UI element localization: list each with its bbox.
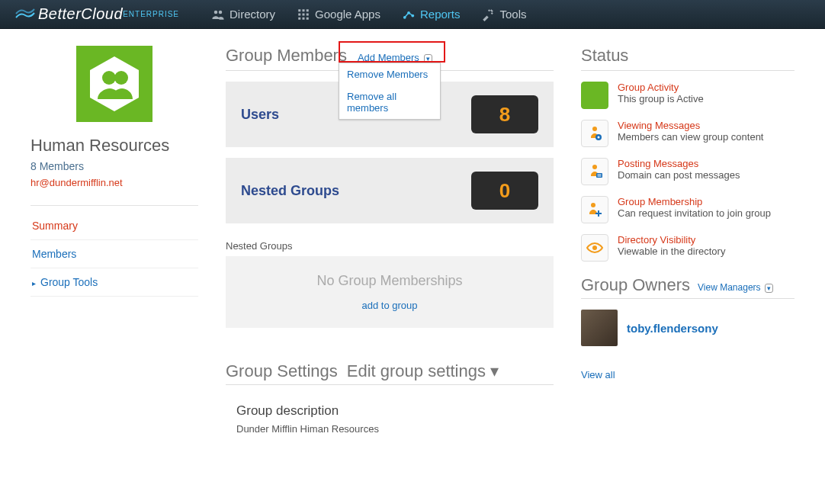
group-email[interactable]: hr@dundermifflin.net: [30, 177, 198, 188]
sidenav-members[interactable]: Members: [30, 240, 198, 268]
status-sub: Domain can post messages: [618, 169, 740, 181]
annotation-highlight: [339, 41, 445, 63]
status-sub: This group is Active: [618, 93, 704, 104]
chart-icon: [402, 8, 416, 21]
brand-name: BetterCloud: [38, 5, 123, 23]
brand-tier: ENTERPRISE: [123, 10, 179, 18]
status-label: Posting Messages: [618, 158, 740, 169]
nested-groups-box: No Group Memberships add to group: [226, 256, 554, 328]
dropdown-remove-all-members[interactable]: Remove all members: [339, 85, 440, 119]
nav-directory[interactable]: Directory: [201, 0, 286, 29]
svg-rect-10: [598, 176, 602, 177]
view-all-link[interactable]: View all: [581, 369, 795, 380]
svg-point-11: [592, 246, 597, 250]
status-label: Group Membership: [618, 196, 771, 207]
group-settings-title-text: Group Settings: [226, 361, 338, 381]
svg-point-7: [598, 136, 600, 139]
grid-icon: [297, 8, 310, 21]
status-label: Directory Visibility: [618, 234, 725, 246]
group-settings-title: Group Settings Edit group settings ▾: [226, 361, 554, 381]
nested-groups-count: 0: [471, 172, 538, 210]
sidenav-group-tools[interactable]: Group Tools: [30, 268, 198, 297]
status-viewing-messages: Viewing MessagesMembers can view group c…: [581, 120, 795, 147]
status-title-text: Status: [581, 46, 628, 66]
chevron-down-icon: ▾: [490, 361, 499, 380]
group-name: Human Resources: [30, 136, 198, 156]
nav-directory-label: Directory: [230, 8, 275, 21]
nested-groups-heading: Nested Groups: [226, 240, 554, 252]
status-group-activity: Group ActivityThis group is Active: [581, 82, 795, 109]
nested-groups-stat-card: Nested Groups 0: [226, 158, 554, 223]
brand-logo: BetterCloud ENTERPRISE: [15, 5, 179, 23]
right-panel: Status Group ActivityThis group is Activ…: [581, 46, 795, 435]
group-description-text: Dunder Mifflin Himan Resources: [236, 423, 554, 435]
nav-google-apps[interactable]: Google Apps: [286, 0, 391, 29]
svg-point-4: [102, 71, 116, 85]
person-eye-icon: [581, 120, 608, 147]
top-nav: BetterCloud ENTERPRISE Directory Google …: [0, 0, 825, 29]
status-title: Status: [581, 46, 795, 66]
nav-reports-label: Reports: [420, 8, 461, 21]
nav-google-apps-label: Google Apps: [315, 8, 380, 21]
person-post-icon: [581, 158, 608, 185]
left-panel: Human Resources 8 Members hr@dundermiffl…: [30, 46, 198, 435]
group-owners-title-text: Group Owners: [581, 275, 690, 295]
svg-rect-8: [596, 173, 602, 178]
chevron-down-icon: ▾: [765, 284, 773, 293]
sidenav-summary[interactable]: Summary: [30, 212, 198, 240]
status-sub: Viewable in the directory: [618, 246, 725, 257]
owner-name: toby.flendersony: [627, 322, 718, 335]
add-members-dropdown: Remove Members Remove all members: [339, 63, 441, 120]
status-sub: Can request invitation to join group: [618, 207, 771, 219]
nav-tools[interactable]: Tools: [470, 0, 537, 29]
status-label: Viewing Messages: [618, 120, 763, 131]
edit-group-settings-button[interactable]: Edit group settings ▾: [347, 361, 499, 381]
owner-avatar: [581, 310, 618, 346]
group-hex-icon: [84, 53, 145, 114]
group-owners-title: Group Owners View Managers ▾: [581, 275, 795, 295]
dropdown-remove-members[interactable]: Remove Members: [339, 63, 440, 85]
owner-row[interactable]: toby.flendersony: [581, 310, 795, 346]
status-active-icon: [581, 82, 608, 109]
status-sub: Members can view group content: [618, 131, 763, 143]
person-plus-icon: [581, 196, 608, 223]
users-count: 8: [471, 95, 538, 133]
group-description-heading: Group description: [236, 403, 554, 419]
add-to-group-link[interactable]: add to group: [233, 300, 546, 311]
divider: [30, 205, 198, 206]
status-posting-messages: Posting MessagesDomain can post messages: [581, 158, 795, 185]
nested-groups-label: Nested Groups: [241, 183, 339, 199]
status-directory-visibility: Directory VisibilityViewable in the dire…: [581, 234, 795, 262]
view-managers-button[interactable]: View Managers ▾: [698, 282, 773, 293]
brand-wave-icon: [15, 8, 35, 21]
view-managers-label: View Managers: [698, 282, 761, 293]
svg-point-5: [114, 71, 128, 85]
nav-reports[interactable]: Reports: [391, 0, 471, 29]
main-panel: Group Members Add Members ▾ Remove Membe…: [226, 46, 554, 435]
group-members-title-text: Group Members: [226, 46, 347, 66]
edit-group-settings-label: Edit group settings: [347, 361, 486, 380]
tools-icon: [481, 8, 495, 21]
group-avatar: [76, 46, 152, 122]
nav-tools-label: Tools: [499, 8, 526, 21]
svg-marker-3: [90, 56, 139, 111]
status-label: Group Activity: [618, 82, 704, 93]
nested-empty-text: No Group Memberships: [233, 273, 546, 289]
eye-icon: [581, 234, 608, 262]
users-label: Users: [241, 107, 279, 123]
svg-rect-9: [598, 175, 602, 175]
side-nav: Summary Members Group Tools: [30, 212, 198, 297]
people-icon: [211, 8, 225, 21]
status-group-membership: Group MembershipCan request invitation t…: [581, 196, 795, 223]
group-member-count: 8 Members: [30, 160, 198, 172]
